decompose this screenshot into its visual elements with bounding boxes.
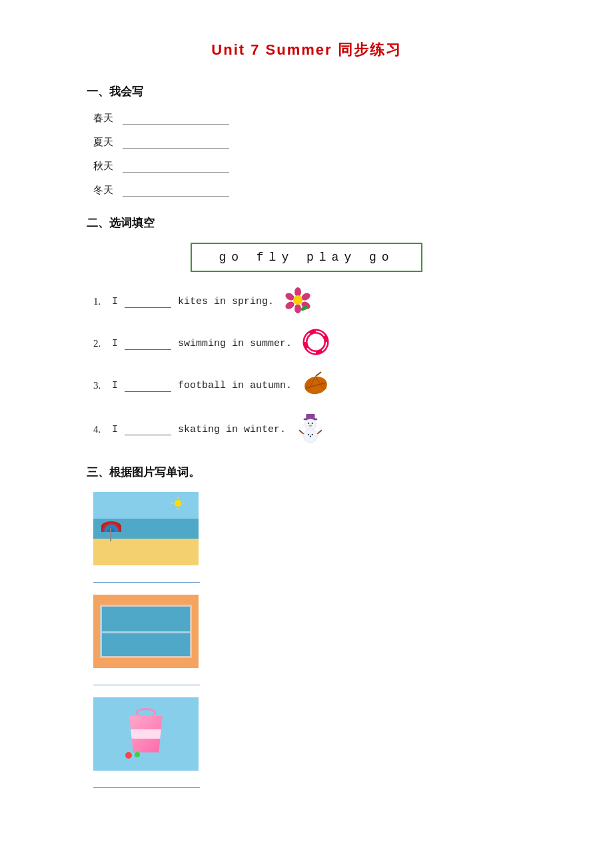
beach-picture-box <box>93 492 199 565</box>
picture-item-bucket <box>93 697 526 788</box>
num-3: 3. <box>93 380 108 391</box>
winter-label: 冬天 <box>93 184 120 197</box>
pre-2: I <box>112 338 118 349</box>
autumn-label: 秋天 <box>93 160 120 173</box>
snowman-icon <box>297 413 323 446</box>
section1-heading: 一、我会写 <box>87 84 526 99</box>
blank-2[interactable] <box>125 338 171 350</box>
pre-1: I <box>112 296 118 307</box>
section-1: 一、我会写 春天 夏天 秋天 冬天 <box>87 84 526 197</box>
svg-point-22 <box>312 423 313 424</box>
writing-item-winter: 冬天 <box>93 183 526 197</box>
svg-line-29 <box>317 430 322 434</box>
pool-picture-box <box>93 595 199 668</box>
svg-point-25 <box>308 434 309 435</box>
picture-write <box>93 492 526 788</box>
section-3: 三、根据图片写单词。 <box>87 465 526 788</box>
post-4: skating in winter. <box>178 424 286 435</box>
writing-item-autumn: 秋天 <box>93 159 526 173</box>
sentence-4: 4. I skating in winter. <box>93 413 526 446</box>
pre-3: I <box>112 380 118 391</box>
svg-line-17 <box>316 372 321 376</box>
pool-write-line[interactable] <box>93 673 200 685</box>
swim-ring-icon <box>303 329 329 359</box>
svg-point-30 <box>175 500 181 507</box>
section-2: 二、选词填空 go fly play go 1. I kites in spri… <box>87 215 526 446</box>
num-4: 4. <box>93 424 108 435</box>
blank-1[interactable] <box>125 296 171 308</box>
sentence-1: 1. I kites in spring. <box>93 287 526 317</box>
num-1: 1. <box>93 296 108 307</box>
blank-4[interactable] <box>125 423 171 435</box>
svg-point-6 <box>293 295 303 305</box>
sentence-2: 2. I swimming in summer. <box>93 329 526 359</box>
num-2: 2. <box>93 338 108 349</box>
section3-heading: 三、根据图片写单词。 <box>87 465 526 480</box>
fill-sentences: 1. I kites in spring. <box>93 287 526 446</box>
svg-point-10 <box>310 336 322 348</box>
svg-point-26 <box>310 436 311 437</box>
picture-item-pool <box>93 595 526 685</box>
section2-heading: 二、选词填空 <box>87 215 526 231</box>
flower-icon <box>285 287 311 317</box>
word-box: go fly play go <box>191 243 422 272</box>
page-title: Unit 7 Summer 同步练习 <box>87 40 526 60</box>
pre-4: I <box>112 424 118 435</box>
beach-write-line[interactable] <box>93 571 200 583</box>
svg-point-21 <box>308 423 309 424</box>
summer-line[interactable] <box>123 135 229 149</box>
summer-label: 夏天 <box>93 136 120 149</box>
post-1: kites in spring. <box>178 296 274 307</box>
svg-point-0 <box>295 287 301 297</box>
winter-line[interactable] <box>123 183 229 197</box>
writing-items: 春天 夏天 秋天 冬天 <box>93 111 526 197</box>
spring-line[interactable] <box>123 111 229 125</box>
writing-item-spring: 春天 <box>93 111 526 125</box>
post-3: football in autumn. <box>178 380 292 391</box>
svg-point-27 <box>312 434 313 435</box>
bucket-write-line[interactable] <box>93 776 200 788</box>
autumn-line[interactable] <box>123 159 229 173</box>
post-2: swimming in summer. <box>178 338 292 349</box>
picture-item-beach <box>93 492 526 583</box>
svg-rect-18 <box>306 414 314 419</box>
blank-3[interactable] <box>125 380 171 392</box>
bucket-picture-box <box>93 697 199 771</box>
leaf-icon <box>303 371 329 401</box>
svg-point-3 <box>295 304 301 313</box>
writing-item-summer: 夏天 <box>93 135 526 149</box>
sentence-3: 3. I football in autumn. <box>93 371 526 401</box>
spring-label: 春天 <box>93 112 120 125</box>
svg-line-28 <box>299 430 304 434</box>
svg-point-20 <box>305 419 316 430</box>
word-box-container: go fly play go <box>87 243 526 272</box>
svg-point-23 <box>308 425 312 427</box>
